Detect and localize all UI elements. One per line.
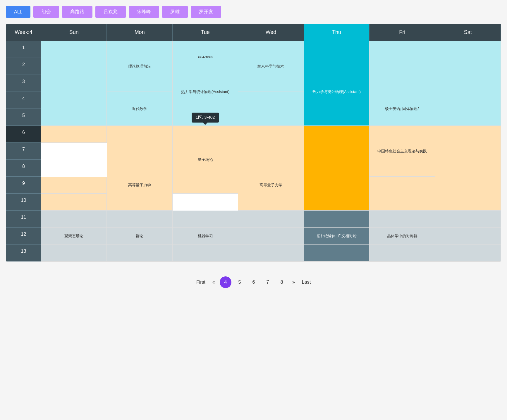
- sat-12: [435, 228, 501, 245]
- page-last[interactable]: Last: [300, 276, 313, 288]
- sun-9: [41, 177, 107, 194]
- wed-11: [238, 211, 304, 228]
- fri-4-5[interactable]: 硕士英语; 固体物理2: [369, 92, 435, 126]
- tue-12[interactable]: 机器学习: [173, 228, 238, 245]
- page-6[interactable]: 6: [248, 276, 259, 288]
- thu-6-10: [304, 126, 369, 211]
- filter-5[interactable]: 罗雄: [162, 6, 188, 18]
- time-6: 6: [6, 126, 41, 143]
- time-9: 9: [6, 177, 41, 194]
- tue-13: [173, 245, 238, 261]
- tue-6-4[interactable]: 1区, 3-402 量子场论: [173, 126, 238, 194]
- page-prev[interactable]: «: [210, 276, 217, 288]
- header-thu: Thu: [304, 24, 369, 41]
- header-sun: Sun: [41, 24, 107, 41]
- sat-13: [435, 245, 501, 261]
- fri-9-10: [369, 177, 435, 211]
- sun-13: [41, 245, 107, 261]
- fri-6-9[interactable]: 中国特色社会主义理论与实践: [369, 126, 435, 177]
- mon-11: [107, 211, 172, 228]
- time-11: 11: [6, 211, 41, 228]
- wed-12: [238, 228, 304, 245]
- sun-11: [41, 211, 107, 228]
- filter-2[interactable]: 高路路: [62, 6, 92, 18]
- thu-2-5[interactable]: 热力学与统计物理(Assistant): [304, 58, 369, 126]
- filter-4[interactable]: 宋峰峰: [129, 6, 159, 18]
- filter-all[interactable]: ALL: [6, 6, 30, 18]
- tue-11: [173, 211, 238, 228]
- time-8: 8: [6, 160, 41, 177]
- header-tue: Tue: [173, 24, 238, 41]
- time-5: 5: [6, 109, 41, 126]
- page-7[interactable]: 7: [262, 276, 274, 288]
- calendar-wrapper: Week:4 Sun Mon Tue Wed Thu Fri Sat 1 理论物…: [6, 24, 501, 262]
- sun-12[interactable]: 凝聚态场论: [41, 228, 107, 245]
- wed-13: [238, 245, 304, 261]
- time-4: 4: [6, 92, 41, 109]
- wed-8-10[interactable]: 高等量子力学: [238, 160, 304, 211]
- fri-13: [369, 245, 435, 261]
- mon-8-10[interactable]: 高等量子力学: [107, 160, 172, 211]
- fri-12[interactable]: 晶体学中的对称群: [369, 228, 435, 245]
- fri-11: [369, 211, 435, 228]
- page-4[interactable]: 4: [220, 276, 231, 288]
- time-10: 10: [6, 194, 41, 211]
- thu-11: [304, 211, 369, 228]
- time-2: 2: [6, 58, 41, 75]
- filter-1[interactable]: 组会: [33, 6, 59, 18]
- filter-bar: ALL 组会 高路路 吕欢兆 宋峰峰 罗雄 罗开发: [6, 6, 501, 18]
- page-8[interactable]: 8: [276, 276, 288, 288]
- pagination: First « 4 5 6 7 8 » Last: [6, 271, 501, 294]
- sun-6: [41, 126, 107, 143]
- mon-1-3[interactable]: 理论物理前沿: [107, 41, 172, 92]
- time-3: 3: [6, 75, 41, 92]
- header-week: Week:4: [6, 24, 41, 41]
- sun-10: [41, 194, 107, 211]
- mon-12[interactable]: 群论: [107, 228, 172, 245]
- header-fri: Fri: [369, 24, 435, 41]
- mon-13: [107, 245, 172, 261]
- page-next[interactable]: »: [290, 276, 297, 288]
- page-5[interactable]: 5: [234, 276, 245, 288]
- filter-3[interactable]: 吕欢兆: [95, 6, 126, 18]
- page-first[interactable]: First: [194, 276, 208, 288]
- sat-11: [435, 211, 501, 228]
- time-12: 12: [6, 228, 41, 245]
- sun-1-5: [41, 41, 107, 126]
- filter-6[interactable]: 罗开发: [191, 6, 221, 18]
- thu-12[interactable]: 拓扑绝缘体; 广义相对论: [304, 228, 369, 245]
- mon-4-5[interactable]: 近代数学: [107, 92, 172, 126]
- header-sat: Sat: [435, 24, 501, 41]
- wed-1-3[interactable]: 纳米科学与技术: [238, 41, 304, 92]
- header-wed: Wed: [238, 24, 304, 41]
- sat-6-10: [435, 126, 501, 211]
- header-mon: Mon: [107, 24, 172, 41]
- time-7: 7: [6, 143, 41, 160]
- tooltip: 1区, 3-402: [192, 113, 219, 123]
- time-13: 13: [6, 245, 41, 261]
- sat-1-5: [435, 41, 501, 126]
- time-1: 1: [6, 41, 41, 58]
- thu-13: [304, 245, 369, 261]
